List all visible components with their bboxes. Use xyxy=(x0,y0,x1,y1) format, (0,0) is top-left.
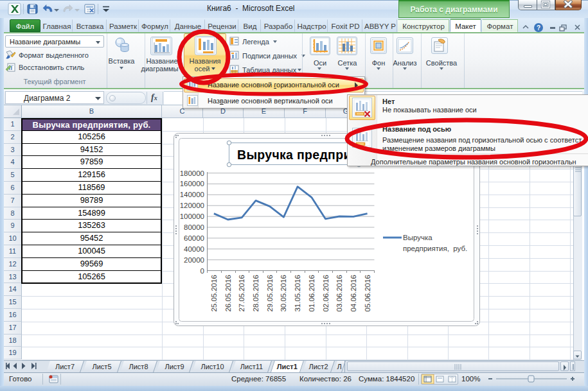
svg-text:05.06.2016: 05.06.2016 xyxy=(364,275,371,312)
svg-text:40000: 40000 xyxy=(184,245,204,253)
svg-text:26.05.2016: 26.05.2016 xyxy=(224,275,232,312)
svg-text:27.05.2016: 27.05.2016 xyxy=(238,275,245,312)
svg-text:28.05.2016: 28.05.2016 xyxy=(252,275,260,312)
svg-text:20000: 20000 xyxy=(184,256,204,264)
svg-text:02.06.2016: 02.06.2016 xyxy=(322,275,330,312)
svg-text:04.06.2016: 04.06.2016 xyxy=(350,275,357,312)
svg-text:29.05.2016: 29.05.2016 xyxy=(266,275,274,312)
svg-text:0: 0 xyxy=(200,267,204,275)
svg-text:30.05.2016: 30.05.2016 xyxy=(280,275,287,312)
svg-text:03.06.2016: 03.06.2016 xyxy=(335,275,343,312)
svg-text:31.05.2016: 31.05.2016 xyxy=(294,275,301,312)
svg-text:01.06.2016: 01.06.2016 xyxy=(308,275,316,312)
svg-text:100000: 100000 xyxy=(180,213,204,220)
svg-text:140000: 140000 xyxy=(180,191,204,198)
svg-text:120000: 120000 xyxy=(180,202,204,209)
svg-text:25.05.2016: 25.05.2016 xyxy=(210,275,218,312)
svg-text:предприятия, руб.: предприятия, руб. xyxy=(403,245,467,252)
svg-text:160000: 160000 xyxy=(180,180,204,187)
svg-text:180000: 180000 xyxy=(180,169,204,177)
svg-text:60000: 60000 xyxy=(184,234,204,242)
svg-text:?: ? xyxy=(537,24,540,31)
svg-text:80000: 80000 xyxy=(184,223,204,231)
svg-text:Выручка: Выручка xyxy=(403,234,432,241)
